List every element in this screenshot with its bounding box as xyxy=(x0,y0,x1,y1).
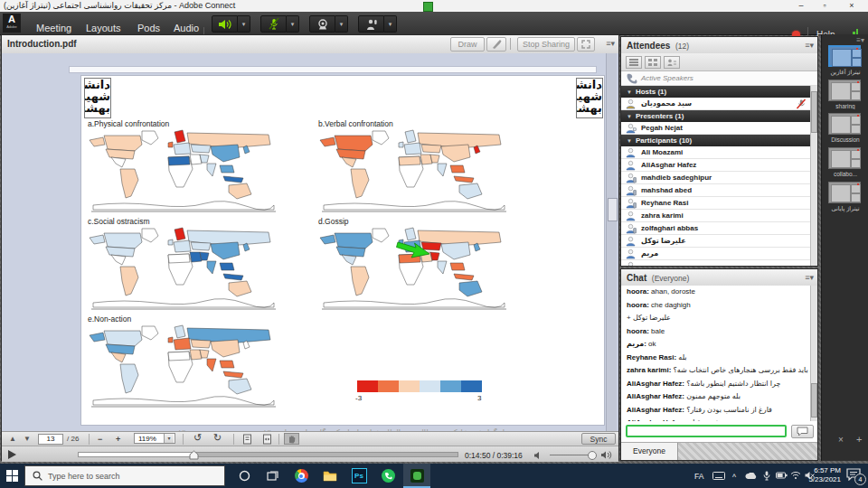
choropleth-map-e xyxy=(88,324,279,408)
page-down-button[interactable]: ▼ xyxy=(24,434,31,445)
layout-thumbnail[interactable] xyxy=(828,147,861,169)
chat-scrollbar[interactable] xyxy=(810,286,817,421)
microphone-button[interactable] xyxy=(260,15,287,33)
tray-language[interactable]: FA xyxy=(694,472,703,481)
chrome-button[interactable] xyxy=(288,464,315,488)
layout-thumbnail[interactable] xyxy=(828,80,861,101)
speaker-button[interactable] xyxy=(212,15,238,33)
tray-microphone-icon[interactable] xyxy=(763,471,770,481)
zoom-in-button[interactable]: + xyxy=(116,434,120,445)
attendee-row[interactable]: AliAsghar Hafez xyxy=(621,159,810,172)
raise-hand-button[interactable] xyxy=(358,15,384,33)
close-button[interactable]: × xyxy=(844,0,859,11)
attendee-list-view-button[interactable] xyxy=(626,56,642,69)
webcam-button[interactable] xyxy=(309,15,335,33)
cortana-button[interactable] xyxy=(231,464,258,488)
menu-pods[interactable]: Pods xyxy=(137,23,160,33)
playhead-marker[interactable] xyxy=(189,450,199,460)
chat-pod-menu-icon[interactable]: ≡▾ xyxy=(805,273,814,282)
attendee-grid-view-button[interactable] xyxy=(645,56,661,69)
layouts-add-icon[interactable]: + xyxy=(856,434,862,445)
tray-keyboard-icon[interactable] xyxy=(712,472,725,480)
layout-item-3[interactable]: Discussion xyxy=(828,113,863,143)
rotate-left-button[interactable]: ↺ xyxy=(193,432,202,443)
chat-message: + علیرضا توکل xyxy=(621,312,810,325)
attendees-pod-menu-icon[interactable]: ≡▾ xyxy=(805,41,814,50)
zoom-dropdown-icon[interactable]: ▾ xyxy=(164,434,174,443)
page-up-button[interactable]: ▲ xyxy=(9,434,16,445)
menu-layouts[interactable]: Layouts xyxy=(86,23,121,33)
chat-send-button[interactable] xyxy=(791,425,814,438)
attendee-group-header[interactable]: ▼Presenters (1) xyxy=(621,110,810,122)
minimize-button[interactable]: – xyxy=(794,0,808,11)
fullscreen-button[interactable] xyxy=(577,37,595,52)
maximize-button[interactable]: ▫ xyxy=(817,0,832,11)
attendee-row[interactable]: zahra karimi xyxy=(621,210,810,222)
attendees-scrollbar[interactable] xyxy=(810,86,817,266)
task-view-button[interactable] xyxy=(259,464,287,488)
zoom-out-button[interactable]: − xyxy=(98,434,102,445)
layout-thumbnail-selected[interactable] xyxy=(828,45,861,67)
attendee-status-view-button[interactable] xyxy=(664,56,680,69)
pdf-scrollbar[interactable] xyxy=(606,53,617,431)
speaker-dropdown[interactable]: ▾ xyxy=(238,15,250,33)
layouts-panel-menu-icon[interactable]: ≡▾ xyxy=(856,36,864,44)
taskbar-search-input[interactable]: Type here to search xyxy=(24,465,225,486)
fit-width-button[interactable] xyxy=(262,434,273,445)
chat-tab-everyone[interactable]: Everyone xyxy=(621,443,678,460)
attendee-row[interactable]: Reyhane Rasi xyxy=(621,197,810,210)
seek-track[interactable] xyxy=(78,452,458,457)
rotate-right-button[interactable]: ↻ xyxy=(213,432,222,443)
draw-button[interactable]: Draw xyxy=(450,37,485,52)
tray-show-hidden-icon[interactable]: ^ xyxy=(732,473,736,482)
sync-button[interactable]: Sync xyxy=(581,433,616,445)
fit-page-button[interactable] xyxy=(242,434,253,445)
whatsapp-button[interactable] xyxy=(374,464,401,488)
microphone-dropdown[interactable]: ▾ xyxy=(287,15,299,33)
attendee-row[interactable]: mahshad abed xyxy=(621,184,810,197)
attendee-row[interactable]: مریم xyxy=(621,248,810,260)
webcam-dropdown[interactable]: ▾ xyxy=(335,15,348,33)
attendee-row[interactable]: zolfaghari abbas xyxy=(621,222,810,235)
attendee-group-header[interactable]: ▼Hosts (1) xyxy=(621,86,810,98)
share-pod-menu-icon[interactable]: ≡▾ xyxy=(606,39,615,48)
adobe-connect-button[interactable] xyxy=(403,464,430,488)
chat-message-input[interactable] xyxy=(626,425,787,437)
layouts-close-icon[interactable]: × xyxy=(838,435,844,445)
start-button[interactable] xyxy=(0,464,24,488)
attendee-row[interactable]: Ali Moazami xyxy=(621,146,810,159)
status-dropdown[interactable]: ▾ xyxy=(384,15,397,33)
layout-item-1[interactable]: تیتراژ آغازین xyxy=(828,45,863,76)
layout-thumbnail[interactable] xyxy=(828,182,861,203)
active-speakers-row[interactable]: Active Speakers xyxy=(621,71,817,86)
attendee-row[interactable]: mahdieb sadeghipur xyxy=(621,172,810,184)
stop-sharing-button[interactable]: Stop Sharing xyxy=(517,37,575,52)
chat-scrollbar-thumb[interactable] xyxy=(811,383,817,418)
volume-knob[interactable] xyxy=(588,451,597,460)
layout-thumbnail[interactable] xyxy=(828,113,861,135)
tray-power-icon[interactable] xyxy=(776,472,788,479)
menu-meeting[interactable]: Meeting xyxy=(36,23,71,33)
attendee-row[interactable]: علیرضا توکل xyxy=(621,235,810,248)
action-center-button[interactable]: 4 xyxy=(846,468,863,483)
layout-item-2[interactable]: sharing xyxy=(828,80,863,109)
pdf-scrollbar-thumb[interactable] xyxy=(608,198,618,221)
file-explorer-button[interactable] xyxy=(316,464,344,488)
tray-onedrive-icon[interactable] xyxy=(745,473,758,480)
attendee-row[interactable] xyxy=(621,260,810,266)
menu-audio[interactable]: Audio xyxy=(174,23,199,33)
attendee-row[interactable]: سید محمودیان xyxy=(621,98,810,110)
hand-tool-button[interactable] xyxy=(284,433,299,445)
attendee-group-header[interactable]: ▼Participants (10) xyxy=(621,135,810,146)
tray-clock[interactable]: 6:57 PM 5/23/2021 xyxy=(801,466,841,484)
attendee-row[interactable]: Pegah Nejat xyxy=(621,122,810,135)
pen-tool-button[interactable] xyxy=(486,37,506,52)
tray-wifi-icon[interactable] xyxy=(790,471,801,480)
photoshop-button[interactable]: Ps xyxy=(345,464,373,488)
page-number-input[interactable]: 13 xyxy=(38,434,63,445)
layout-item-4[interactable]: collabo... xyxy=(828,147,863,177)
zoom-level-select[interactable]: 119% ▾ xyxy=(134,433,175,444)
play-button[interactable] xyxy=(8,450,16,459)
attendees-scrollbar-thumb[interactable] xyxy=(811,91,817,133)
layout-item-5[interactable]: تیتراژ پایانی xyxy=(828,182,863,212)
